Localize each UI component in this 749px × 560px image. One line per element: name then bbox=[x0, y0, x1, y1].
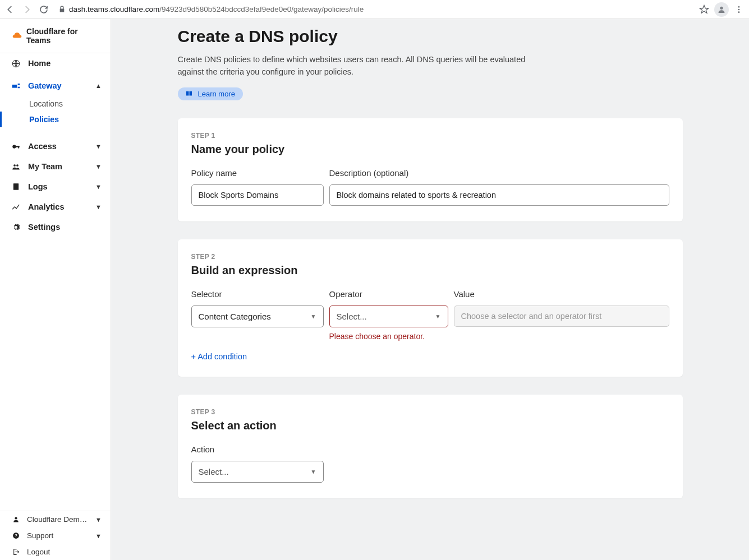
logs-icon bbox=[11, 183, 20, 191]
operator-error: Please choose an operator. bbox=[329, 332, 448, 341]
gateway-icon bbox=[11, 82, 20, 90]
svg-rect-5 bbox=[12, 85, 17, 88]
analytics-icon bbox=[11, 203, 20, 211]
brand[interactable]: Cloudflare for Teams bbox=[0, 19, 111, 53]
team-icon bbox=[11, 163, 20, 170]
support-link[interactable]: ? Support ▼ bbox=[0, 527, 111, 544]
value-input: Choose a selector and an operator first bbox=[454, 306, 669, 327]
chevron-down-icon: ▼ bbox=[95, 163, 102, 170]
nav-gateway[interactable]: Gateway ▲ bbox=[0, 76, 111, 96]
gear-icon bbox=[11, 223, 20, 232]
svg-rect-6 bbox=[17, 84, 20, 85]
chevron-down-icon: ▼ bbox=[95, 533, 102, 539]
nav-locations[interactable]: Locations bbox=[0, 96, 111, 112]
lock-icon bbox=[58, 6, 66, 13]
logout-label: Logout bbox=[27, 548, 50, 556]
step1-title: Name your policy bbox=[191, 143, 669, 156]
policy-name-input[interactable] bbox=[191, 184, 324, 206]
logout-icon bbox=[11, 548, 20, 556]
nav-gateway-label: Gateway bbox=[28, 81, 62, 90]
url-host: dash.teams.cloudflare.com bbox=[69, 5, 159, 13]
cloudflare-logo-icon bbox=[12, 32, 22, 40]
value-label: Value bbox=[454, 289, 669, 299]
nav-logs[interactable]: Logs ▼ bbox=[0, 177, 111, 197]
brand-label: Cloudflare for Teams bbox=[26, 27, 100, 45]
nav-home[interactable]: Home bbox=[0, 53, 111, 73]
browser-profile-icon[interactable] bbox=[714, 2, 729, 17]
nav-access[interactable]: Access ▼ bbox=[0, 136, 111, 156]
nav-analytics[interactable]: Analytics ▼ bbox=[0, 197, 111, 217]
chevron-down-icon: ▼ bbox=[95, 516, 102, 523]
logout-link[interactable]: Logout bbox=[0, 544, 111, 560]
svg-point-1 bbox=[738, 6, 740, 8]
step2-label: STEP 2 bbox=[191, 253, 669, 261]
svg-rect-13 bbox=[13, 183, 18, 190]
svg-point-12 bbox=[16, 164, 19, 166]
description-input[interactable] bbox=[329, 184, 669, 206]
selector-dropdown[interactable]: Content Categories ▼ bbox=[191, 306, 324, 327]
description-label: Description (optional) bbox=[329, 168, 669, 178]
operator-label: Operator bbox=[329, 289, 448, 299]
selector-value: Content Categories bbox=[199, 312, 271, 321]
chevron-down-icon: ▼ bbox=[311, 313, 316, 320]
browser-reload-icon[interactable] bbox=[37, 3, 50, 16]
access-icon bbox=[11, 142, 20, 151]
operator-dropdown[interactable]: Select... ▼ bbox=[329, 306, 448, 327]
browser-forward-icon[interactable] bbox=[20, 3, 34, 16]
chevron-down-icon: ▼ bbox=[95, 203, 102, 210]
chevron-down-icon: ▼ bbox=[95, 183, 102, 190]
step2-card: STEP 2 Build an expression Selector Cont… bbox=[178, 239, 683, 377]
book-icon bbox=[186, 91, 192, 96]
sidebar: Cloudflare for Teams Home Gateway ▲ Loca… bbox=[0, 19, 111, 560]
add-condition-button[interactable]: + Add condition bbox=[191, 352, 669, 361]
svg-point-2 bbox=[738, 8, 740, 10]
nav-myteam[interactable]: My Team ▼ bbox=[0, 156, 111, 177]
chevron-down-icon: ▼ bbox=[435, 313, 441, 320]
nav-analytics-label: Analytics bbox=[28, 202, 64, 211]
nav-settings[interactable]: Settings bbox=[0, 217, 111, 237]
page-description: Create DNS policies to define which webs… bbox=[178, 54, 526, 78]
learn-more-label: Learn more bbox=[198, 90, 235, 98]
step1-card: STEP 1 Name your policy Policy name Desc… bbox=[178, 118, 683, 221]
nav-settings-label: Settings bbox=[28, 223, 60, 232]
home-icon bbox=[11, 59, 20, 68]
learn-more-button[interactable]: Learn more bbox=[178, 87, 243, 100]
account-switcher[interactable]: Cloudflare Demo d... ▼ bbox=[0, 511, 111, 527]
svg-point-0 bbox=[720, 6, 723, 9]
user-icon bbox=[11, 516, 20, 523]
svg-rect-10 bbox=[18, 146, 19, 148]
nav-home-label: Home bbox=[28, 59, 50, 68]
svg-point-3 bbox=[738, 11, 740, 13]
chevron-down-icon: ▼ bbox=[95, 143, 102, 150]
page-title: Create a DNS policy bbox=[178, 27, 683, 46]
browser-url-bar[interactable]: dash.teams.cloudflare.com/94923d9d580b52… bbox=[54, 5, 694, 13]
chevron-up-icon: ▲ bbox=[95, 82, 102, 89]
step3-card: STEP 3 Select an action Action Select...… bbox=[178, 395, 683, 498]
step2-title: Build an expression bbox=[191, 264, 669, 277]
nav-myteam-label: My Team bbox=[28, 162, 62, 171]
support-label: Support bbox=[27, 531, 53, 540]
svg-point-8 bbox=[12, 145, 16, 148]
svg-point-14 bbox=[15, 517, 17, 519]
nav-policies[interactable]: Policies bbox=[0, 112, 111, 127]
svg-rect-7 bbox=[17, 86, 20, 88]
browser-toolbar: dash.teams.cloudflare.com/94923d9d580b52… bbox=[0, 0, 749, 19]
step1-label: STEP 1 bbox=[191, 132, 669, 140]
browser-back-icon[interactable] bbox=[3, 3, 17, 16]
nav-access-label: Access bbox=[28, 142, 57, 151]
step3-label: STEP 3 bbox=[191, 408, 669, 416]
main-content: Create a DNS policy Create DNS policies … bbox=[111, 19, 749, 560]
help-icon: ? bbox=[11, 532, 20, 539]
browser-menu-icon[interactable] bbox=[732, 3, 746, 16]
svg-point-11 bbox=[13, 164, 16, 166]
svg-text:?: ? bbox=[15, 533, 17, 538]
nav-logs-label: Logs bbox=[28, 182, 48, 191]
action-placeholder: Select... bbox=[199, 467, 229, 476]
action-label: Action bbox=[191, 445, 324, 454]
step3-title: Select an action bbox=[191, 419, 669, 432]
action-dropdown[interactable]: Select... ▼ bbox=[191, 461, 324, 483]
browser-star-icon[interactable] bbox=[697, 3, 711, 16]
policy-name-label: Policy name bbox=[191, 168, 324, 178]
account-name: Cloudflare Demo d... bbox=[27, 515, 89, 524]
chevron-down-icon: ▼ bbox=[311, 469, 316, 475]
